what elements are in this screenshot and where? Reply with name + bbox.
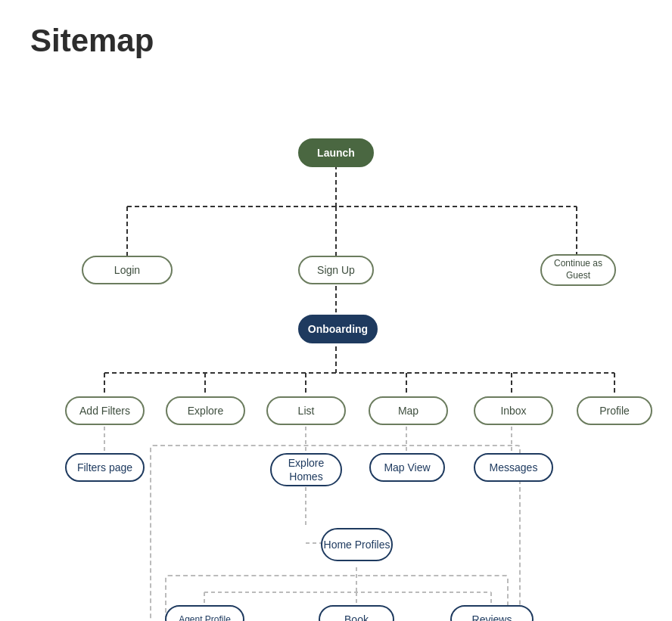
list-node[interactable]: List [266,396,346,425]
reviews-node[interactable]: Reviews [450,605,534,621]
messages-node[interactable]: Messages [474,453,553,482]
home-profiles-node[interactable]: Home Profiles [321,528,393,561]
login-node[interactable]: Login [82,256,173,284]
explore-node[interactable]: Explore [166,396,245,425]
map-view-node[interactable]: Map View [369,453,445,482]
page-title: Sitemap [0,0,672,67]
launch-node[interactable]: Launch [298,138,374,167]
onboarding-node[interactable]: Onboarding [298,315,378,343]
profile-node[interactable]: Profile [577,396,652,425]
agent-profile-node[interactable]: Agent Profile [165,605,244,621]
filters-page-node[interactable]: Filters page [65,453,145,482]
signup-node[interactable]: Sign Up [298,256,374,284]
add-filters-node[interactable]: Add Filters [65,396,145,425]
explore-homes-node[interactable]: Explore Homes [270,453,342,486]
inbox-node[interactable]: Inbox [474,396,553,425]
guest-node[interactable]: Continue as Guest [540,254,616,286]
map-node[interactable]: Map [369,396,448,425]
book-node[interactable]: Book [319,605,394,621]
